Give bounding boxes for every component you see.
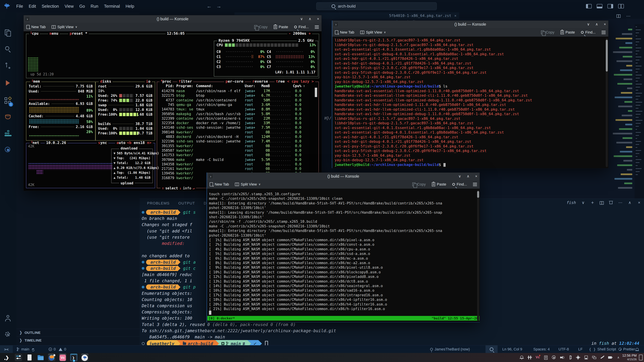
command-center-search[interactable]: arch-build xyxy=(316,2,437,10)
process-row[interactable]: 414278nasm/usr/sbin/nasm -f elfjwea+17M.… xyxy=(159,89,301,93)
tray-klipper-icon[interactable] xyxy=(528,355,532,360)
process-row[interactable]: 391355kworker/root0B..........0.0 xyxy=(159,144,301,148)
find-button[interactable]: Find... xyxy=(581,30,596,34)
taskbar-vesktop-icon[interactable]: Vc xyxy=(59,354,66,361)
proc-tree-button[interactable]: tree xyxy=(274,79,286,83)
close-icon[interactable]: × xyxy=(475,174,477,178)
split-view-button[interactable]: Split View∨ xyxy=(235,182,260,187)
close-icon[interactable]: × xyxy=(604,22,606,26)
process-row[interactable]: 395056makepkg/usr/bin/bash /usr/sbjwea+5… xyxy=(159,112,301,116)
customize-layout-icon[interactable] xyxy=(618,4,624,8)
minimap[interactable] xyxy=(634,24,644,199)
process-row[interactable]: 322399containe/usr/bin/containerd-sroot2… xyxy=(159,116,301,120)
new-tab-button[interactable]: New Tab xyxy=(335,30,354,34)
kubernetes-icon[interactable] xyxy=(4,146,12,154)
taskbar-firefox-icon[interactable] xyxy=(48,354,55,361)
menu-item[interactable]: Selection xyxy=(39,4,62,9)
nav-forward-icon[interactable]: → xyxy=(216,3,221,9)
account-icon[interactable] xyxy=(4,314,12,323)
tray-clipboard-icon[interactable] xyxy=(544,355,548,360)
menu-item[interactable]: File xyxy=(14,4,26,9)
system-settings-icon[interactable] xyxy=(15,354,22,361)
split-view-button[interactable]: Split View∨ xyxy=(52,25,77,29)
window-titlebar[interactable]: › () build — Konsole ∨ ∧ × xyxy=(24,15,322,23)
editor-more-actions-icon[interactable]: ⋯ xyxy=(626,14,630,18)
zoom-status[interactable] xyxy=(486,346,498,353)
minimize-icon[interactable]: ∨ xyxy=(300,17,303,21)
copy-button[interactable]: Copy xyxy=(412,182,426,187)
source-control-icon[interactable] xyxy=(4,62,12,70)
toggle-secondary-sidebar-icon[interactable] xyxy=(608,4,613,8)
process-row[interactable]: 322196sshd-sessshd-session: jweathejwea+… xyxy=(159,139,301,143)
new-tab-button[interactable]: New Tab xyxy=(210,182,229,187)
menu-item[interactable]: Go xyxy=(76,4,88,9)
process-row[interactable]: 398148kworker/root0B..........0.0 xyxy=(159,130,301,134)
encoding-status[interactable]: UTF-8 xyxy=(558,346,569,353)
tray-battery-icon[interactable] xyxy=(608,355,612,360)
tray-bluetooth-icon[interactable] xyxy=(568,355,572,360)
scrollbar-thumb[interactable] xyxy=(606,40,608,71)
tray-stylus-icon[interactable] xyxy=(600,355,604,360)
menu-item[interactable]: Run xyxy=(88,4,101,9)
process-row[interactable]: 144703tmux: setmuxjwea+8.8M..........0.0 xyxy=(159,107,301,111)
docker-sidebar-icon[interactable] xyxy=(4,130,12,138)
menu-item[interactable]: Help xyxy=(123,4,137,9)
window-titlebar[interactable]: › () build — Konsole ∨ ∧ × xyxy=(207,173,480,180)
tray-notifications-icon[interactable] xyxy=(520,355,524,360)
process-row[interactable]: 745qemu-ga/usr/sbin/qemu-garoot3.6M.....… xyxy=(159,103,301,107)
net-sync-button[interactable]: sync xyxy=(97,141,108,145)
process-row[interactable]: 194358kworker/root0B..........0.0 xyxy=(159,162,301,166)
tray-night-color-icon[interactable] xyxy=(576,355,580,360)
taskbar-code-editor-icon[interactable] xyxy=(81,354,88,361)
proc-sort-selector[interactable]: < cpu lazy > xyxy=(287,79,314,83)
terminal-output[interactable]: touch contrib/x265/.stamp.x265_10.config… xyxy=(207,189,480,322)
tmux-session-windows[interactable]: [0] 0:docker* xyxy=(209,316,235,320)
process-row[interactable]: 4883dockerd/usr/sbin/dockerd -Hroot124M.… xyxy=(159,135,301,139)
window-titlebar[interactable]: › () build — Konsole ∨ ∧ × xyxy=(332,21,608,28)
indentation-status[interactable]: Spaces: 4 xyxy=(533,346,550,353)
maximize-icon[interactable]: ∧ xyxy=(595,22,598,26)
process-row[interactable]: 322175btopbtopjwea+6.7M..........0.0 xyxy=(159,93,301,97)
split-editor-icon[interactable] xyxy=(616,14,620,18)
menu-item[interactable]: Terminal xyxy=(101,4,122,9)
nav-back-icon[interactable]: ← xyxy=(206,3,212,9)
new-tab-button[interactable]: New Tab xyxy=(26,25,46,29)
find-button[interactable]: Find... xyxy=(294,25,309,29)
close-icon[interactable]: × xyxy=(317,17,319,21)
settings-gear-icon[interactable] xyxy=(4,331,12,339)
toggle-sidebar-icon[interactable] xyxy=(586,4,592,8)
eol-status[interactable]: LF xyxy=(578,346,582,353)
menu-item[interactable]: Edit xyxy=(26,4,39,9)
tray-vesktop-icon[interactable]: Vc xyxy=(536,355,540,360)
menubar-toggle-icon[interactable]: › xyxy=(208,174,213,179)
language-status[interactable]: { }Shell Script xyxy=(589,346,616,353)
scrollbar-thumb[interactable] xyxy=(477,191,479,198)
split-view-button[interactable]: Split View∨ xyxy=(360,30,386,34)
copy-button[interactable]: Copy xyxy=(254,25,268,29)
minimize-icon[interactable]: ∨ xyxy=(587,22,590,26)
hamburger-menu-icon[interactable] xyxy=(602,31,606,31)
proc-filter-button[interactable]: filter xyxy=(177,79,193,83)
formatter-status[interactable]: Prettier xyxy=(618,346,635,353)
interval-plus[interactable]: + xyxy=(308,31,311,35)
process-row[interactable]: 322354dockerdocker run -v /home/jjwea+33… xyxy=(159,121,301,125)
process-row[interactable]: 4737containe/usr/bin/containerdroot50M..… xyxy=(159,98,301,102)
proc-percore-button[interactable]: per-core xyxy=(224,79,245,83)
taskbar-clock[interactable]: 12:56 PM 4/15/26 xyxy=(622,354,636,361)
cursor-position[interactable]: Ln 96, Col 9 xyxy=(502,346,522,353)
scrollbar[interactable] xyxy=(477,190,479,321)
menubar-toggle-icon[interactable]: › xyxy=(334,22,338,27)
copy-button[interactable]: Copy xyxy=(541,30,554,34)
search-sidebar-icon[interactable] xyxy=(4,45,12,54)
process-row[interactable]: 217161kworker/root0B..........0.0 xyxy=(159,167,301,171)
tray-expand-icon[interactable]: ∧ xyxy=(616,355,620,360)
app-launcher-icon[interactable]: ❯ xyxy=(4,354,11,361)
minimize-icon[interactable]: ∨ xyxy=(458,174,461,178)
process-row[interactable]: 350507kworker/root0B..........0.0 xyxy=(159,148,301,152)
maximize-icon[interactable]: ∧ xyxy=(308,17,311,21)
taskbar-konsole-icon[interactable]: ❯+ xyxy=(70,354,78,361)
tray-media-player-icon[interactable] xyxy=(552,355,556,360)
account-status[interactable]: JamesTheBard (now) xyxy=(430,346,470,353)
sidebar-section-timeline[interactable]: ❯ TIMELINE xyxy=(16,337,140,344)
tray-disk-icon[interactable] xyxy=(584,355,588,360)
